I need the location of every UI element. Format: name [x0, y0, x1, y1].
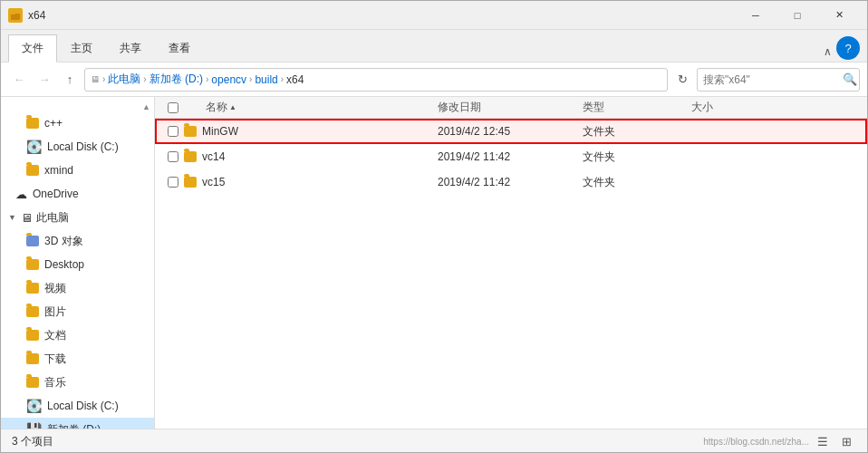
col-header-date[interactable]: 修改日期: [438, 97, 583, 118]
sidebar-item-onedrive[interactable]: ☁ OneDrive: [1, 182, 154, 206]
search-bar[interactable]: 🔍: [697, 68, 860, 92]
sidebar-item-pictures-label: 图片: [44, 304, 66, 320]
window-title: x64: [28, 9, 45, 22]
search-icon[interactable]: 🔍: [843, 72, 857, 86]
folder-icon-downloads: [26, 353, 39, 364]
file-type-mingw: 文件夹: [583, 124, 691, 140]
file-list: 名称 ▲ 修改日期 类型 大小: [155, 97, 867, 429]
tab-home[interactable]: 主页: [57, 34, 106, 62]
sidebar-item-thispc[interactable]: ▼ 🖥 此电脑: [1, 206, 154, 229]
back-button[interactable]: ←: [8, 69, 30, 91]
sort-arrow-name: ▲: [229, 103, 236, 111]
sidebar-item-cpp-label: c++: [44, 117, 63, 130]
sidebar-item-local-c2-label: Local Disk (C:): [47, 400, 119, 412]
col-header-size[interactable]: 大小: [691, 97, 860, 118]
sidebar-item-music-label: 音乐: [44, 375, 66, 390]
breadcrumb-part-0[interactable]: 此电脑: [108, 72, 140, 87]
drive-icon-d: 💾: [26, 422, 42, 429]
breadcrumb-home-icon: 🖥: [91, 74, 100, 84]
breadcrumb-sep-1: ›: [143, 74, 146, 84]
drive-icon-c2: 💽: [26, 399, 42, 413]
file-row-vc14[interactable]: vc14 2019/4/2 11:42 文件夹: [155, 144, 867, 169]
maximize-button[interactable]: □: [776, 1, 818, 30]
breadcrumb-part-2[interactable]: opencv: [211, 73, 246, 86]
file-name-vc14: vc14: [184, 150, 438, 163]
file-name-mingw: MinGW: [184, 125, 438, 138]
up-button[interactable]: ↑: [59, 69, 81, 91]
sidebar-item-local-c[interactable]: 💽 Local Disk (C:): [1, 135, 154, 159]
svg-rect-0: [11, 14, 20, 20]
sidebar-item-local-c-label: Local Disk (C:): [47, 140, 119, 153]
select-all-checkbox[interactable]: [168, 102, 178, 113]
tab-share[interactable]: 共享: [106, 34, 155, 62]
header-checkbox[interactable]: [162, 102, 184, 113]
title-bar-left: x64: [8, 8, 45, 23]
title-controls: ─ □ ✕: [735, 1, 860, 30]
breadcrumb-part-3[interactable]: build: [255, 73, 277, 86]
row-checkbox-vc14[interactable]: [162, 151, 184, 162]
sidebar-item-cpp[interactable]: c++: [1, 111, 154, 135]
ribbon-expand-icon[interactable]: ∧: [818, 45, 836, 58]
checkbox-vc14[interactable]: [168, 151, 178, 162]
close-button[interactable]: ✕: [818, 1, 860, 30]
breadcrumb-part-1[interactable]: 新加卷 (D:): [149, 72, 203, 87]
file-date-vc14: 2019/4/2 11:42: [438, 150, 583, 163]
breadcrumb-sep-2: ›: [206, 74, 208, 84]
help-button[interactable]: ?: [836, 36, 860, 60]
sidebar-item-documents[interactable]: 文档: [1, 323, 154, 347]
view-details-button[interactable]: ☰: [813, 432, 833, 452]
tab-file[interactable]: 文件: [8, 34, 57, 63]
tab-view[interactable]: 查看: [155, 34, 204, 62]
ribbon: 文件 主页 共享 查看 ∧ ?: [1, 30, 867, 63]
sidebar-item-documents-label: 文档: [44, 328, 66, 343]
row-checkbox-mingw[interactable]: [162, 126, 184, 137]
sidebar-item-video[interactable]: 视频: [1, 276, 154, 300]
folder-icon-cpp: [26, 118, 39, 129]
sidebar-item-3d[interactable]: 3D 对象: [1, 229, 154, 253]
folder-icon-xmind: [26, 165, 39, 176]
folder-icon-pictures: [26, 306, 39, 317]
row-checkbox-vc15[interactable]: [162, 177, 184, 188]
col-header-type[interactable]: 类型: [583, 97, 691, 118]
sidebar-item-xmind[interactable]: xmind: [1, 159, 154, 182]
folder-icon-3d: [26, 236, 39, 246]
sidebar-item-video-label: 视频: [44, 281, 66, 296]
file-row-vc15[interactable]: vc15 2019/4/2 11:42 文件夹: [155, 169, 867, 195]
folder-icon-vc14: [184, 151, 197, 162]
sidebar-item-3d-label: 3D 对象: [44, 234, 83, 249]
sidebar-item-pictures[interactable]: 图片: [1, 300, 154, 323]
view-large-icon-button[interactable]: ⊞: [836, 432, 856, 452]
refresh-button[interactable]: ↻: [671, 69, 693, 91]
sidebar-item-desktop[interactable]: Desktop: [1, 253, 154, 276]
sidebar-item-local-c2[interactable]: 💽 Local Disk (C:): [1, 394, 154, 418]
folder-icon-mingw: [184, 126, 197, 137]
minimize-button[interactable]: ─: [735, 1, 776, 30]
folder-icon-vc15: [184, 177, 197, 188]
onedrive-icon: ☁: [15, 188, 27, 201]
content-area: 名称 ▲ 修改日期 类型 大小: [155, 97, 867, 429]
search-input[interactable]: [703, 73, 839, 86]
checkbox-mingw[interactable]: [168, 126, 178, 137]
sidebar-collapse-btn[interactable]: ▲: [1, 101, 154, 111]
file-row-mingw[interactable]: MinGW 2019/4/2 12:45 文件夹: [155, 119, 867, 144]
sidebar-item-new-vol-d[interactable]: 💾 新加卷 (D:): [1, 418, 154, 429]
breadcrumb-part-4[interactable]: x64: [286, 73, 304, 86]
breadcrumb-sep-0: ›: [102, 74, 105, 84]
svg-rect-1: [11, 12, 15, 14]
sidebar-item-downloads[interactable]: 下载: [1, 347, 154, 371]
breadcrumb-sep-4: ›: [281, 74, 284, 84]
breadcrumb-sep-3: ›: [249, 74, 252, 84]
forward-button[interactable]: →: [34, 69, 55, 91]
folder-icon-video: [26, 283, 39, 294]
window-icon: [8, 8, 23, 23]
col-header-name[interactable]: 名称 ▲: [184, 97, 438, 118]
file-date-mingw: 2019/4/2 12:45: [438, 125, 583, 138]
toolbar: ← → ↑ 🖥 › 此电脑 › 新加卷 (D:) › opencv › buil…: [1, 63, 867, 97]
breadcrumb[interactable]: 🖥 › 此电脑 › 新加卷 (D:) › opencv › build › x6…: [84, 68, 668, 92]
folder-icon-music: [26, 377, 39, 388]
checkbox-vc15[interactable]: [168, 177, 178, 188]
file-type-vc15: 文件夹: [583, 175, 691, 190]
file-date-vc15: 2019/4/2 11:42: [438, 176, 583, 188]
sidebar-item-music[interactable]: 音乐: [1, 371, 154, 394]
drive-icon-c: 💽: [26, 140, 42, 154]
